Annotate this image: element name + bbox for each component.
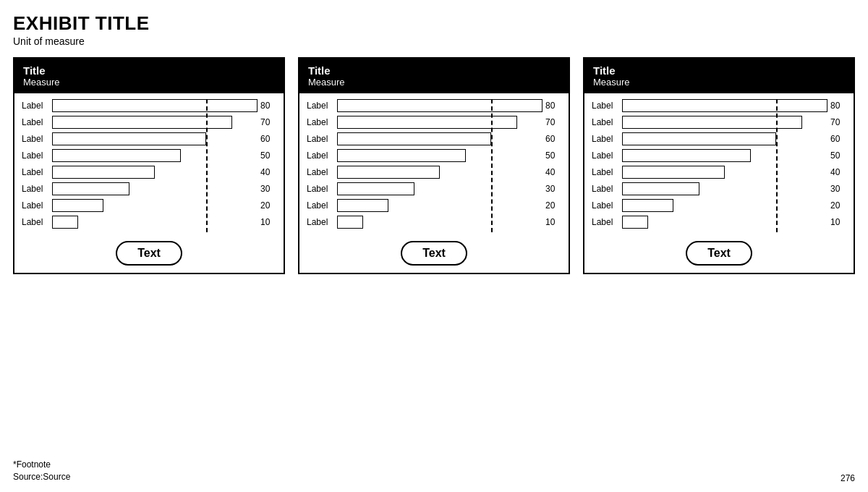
- bar-label-3-8: Label: [592, 217, 622, 227]
- bar-value-1-4: 50: [260, 150, 276, 161]
- bar-fill-2-3: [337, 132, 491, 145]
- bar-fill-2-4: [337, 149, 466, 162]
- bar-value-3-7: 20: [830, 200, 846, 211]
- bar-row-3-4: Label50: [592, 149, 846, 162]
- bar-label-3-6: Label: [592, 184, 622, 194]
- bar-row-1-7: Label20: [22, 199, 276, 212]
- bar-fill-1-5: [52, 166, 155, 179]
- bar-row-2-7: Label20: [307, 199, 561, 212]
- bar-label-2-1: Label: [307, 101, 337, 111]
- bar-label-2-5: Label: [307, 167, 337, 177]
- bar-label-3-7: Label: [592, 200, 622, 211]
- text-oval-1[interactable]: Text: [116, 241, 182, 266]
- bar-label-1-7: Label: [22, 200, 52, 211]
- chart-card-3: TitleMeasureLabel80Label70Label60Label50…: [583, 57, 855, 274]
- bar-row-3-3: Label60: [592, 132, 846, 145]
- bar-value-3-8: 10: [830, 217, 846, 227]
- bar-area-3-5: [622, 166, 827, 179]
- bar-label-1-3: Label: [22, 134, 52, 144]
- bar-row-1-3: Label60: [22, 132, 276, 145]
- bar-fill-3-4: [622, 149, 751, 162]
- chart-footer-1: Text: [14, 237, 284, 273]
- bar-label-2-2: Label: [307, 117, 337, 127]
- bar-label-3-1: Label: [592, 101, 622, 111]
- chart-footer-2: Text: [299, 237, 569, 273]
- bar-fill-1-2: [52, 116, 232, 129]
- charts-row: TitleMeasureLabel80Label70Label60Label50…: [13, 57, 855, 274]
- bar-fill-3-5: [622, 166, 725, 179]
- bar-value-2-1: 80: [545, 101, 561, 111]
- text-oval-3[interactable]: Text: [686, 241, 752, 266]
- bar-area-2-5: [337, 166, 542, 179]
- bar-value-3-6: 30: [830, 184, 846, 194]
- bar-area-2-4: [337, 149, 542, 162]
- bar-area-2-8: [337, 216, 542, 229]
- bar-area-2-2: [337, 116, 542, 129]
- chart-header-title-2: Title: [308, 64, 560, 77]
- bar-value-1-3: 60: [260, 134, 276, 144]
- bar-fill-3-8: [622, 216, 648, 229]
- bar-fill-2-7: [337, 199, 388, 212]
- bar-label-2-7: Label: [307, 200, 337, 211]
- bar-fill-1-3: [52, 132, 206, 145]
- bar-row-1-4: Label50: [22, 149, 276, 162]
- chart-header-measure-1: Measure: [23, 77, 275, 88]
- exhibit-title: EXHIBIT TITLE: [13, 13, 855, 34]
- bar-label-3-5: Label: [592, 167, 622, 177]
- bar-value-1-8: 10: [260, 217, 276, 227]
- bar-row-2-1: Label80: [307, 99, 561, 112]
- bar-label-2-6: Label: [307, 184, 337, 194]
- bar-label-2-4: Label: [307, 150, 337, 161]
- footnote: *FootnoteSource:Source: [13, 459, 70, 483]
- bar-area-1-5: [52, 166, 258, 179]
- bar-fill-2-1: [337, 99, 542, 112]
- bar-row-1-5: Label40: [22, 166, 276, 179]
- bar-value-3-5: 40: [830, 167, 846, 177]
- bar-area-3-4: [622, 149, 827, 162]
- bar-fill-3-1: [622, 99, 827, 112]
- bar-value-1-6: 30: [260, 184, 276, 194]
- bar-label-1-6: Label: [22, 184, 52, 194]
- bar-fill-2-6: [337, 182, 414, 195]
- bar-area-1-2: [52, 116, 258, 129]
- bar-row-1-6: Label30: [22, 182, 276, 195]
- bar-value-2-2: 70: [545, 117, 561, 127]
- bar-area-2-7: [337, 199, 542, 212]
- chart-header-title-1: Title: [23, 64, 275, 77]
- chart-body-1: Label80Label70Label60Label50Label40Label…: [14, 93, 284, 237]
- bar-fill-1-8: [52, 216, 78, 229]
- bar-area-3-3: [622, 132, 827, 145]
- bar-row-3-2: Label70: [592, 116, 846, 129]
- bar-row-2-3: Label60: [307, 132, 561, 145]
- bar-row-1-2: Label70: [22, 116, 276, 129]
- page-number: 276: [841, 473, 855, 483]
- bar-label-1-8: Label: [22, 217, 52, 227]
- bar-value-2-7: 20: [545, 200, 561, 211]
- bar-fill-1-1: [52, 99, 258, 112]
- bar-value-2-8: 10: [545, 217, 561, 227]
- bar-fill-2-2: [337, 116, 517, 129]
- bar-fill-3-7: [622, 199, 673, 212]
- bar-fill-3-3: [622, 132, 776, 145]
- bar-value-3-1: 80: [830, 101, 846, 111]
- bar-fill-1-6: [52, 182, 129, 195]
- bar-value-1-5: 40: [260, 167, 276, 177]
- chart-footer-3: Text: [584, 237, 854, 273]
- bar-row-3-8: Label10: [592, 216, 846, 229]
- bar-row-1-1: Label80: [22, 99, 276, 112]
- text-oval-2[interactable]: Text: [401, 241, 467, 266]
- bar-value-1-1: 80: [260, 101, 276, 111]
- bar-fill-1-7: [52, 199, 103, 212]
- bar-area-2-6: [337, 182, 542, 195]
- bar-area-1-6: [52, 182, 258, 195]
- bar-area-3-7: [622, 199, 827, 212]
- bar-row-2-8: Label10: [307, 216, 561, 229]
- bar-fill-2-5: [337, 166, 440, 179]
- bar-area-1-3: [52, 132, 258, 145]
- bar-row-1-8: Label10: [22, 216, 276, 229]
- bar-row-3-5: Label40: [592, 166, 846, 179]
- bar-value-3-3: 60: [830, 134, 846, 144]
- bar-area-3-2: [622, 116, 827, 129]
- bar-area-1-4: [52, 149, 258, 162]
- bar-area-1-7: [52, 199, 258, 212]
